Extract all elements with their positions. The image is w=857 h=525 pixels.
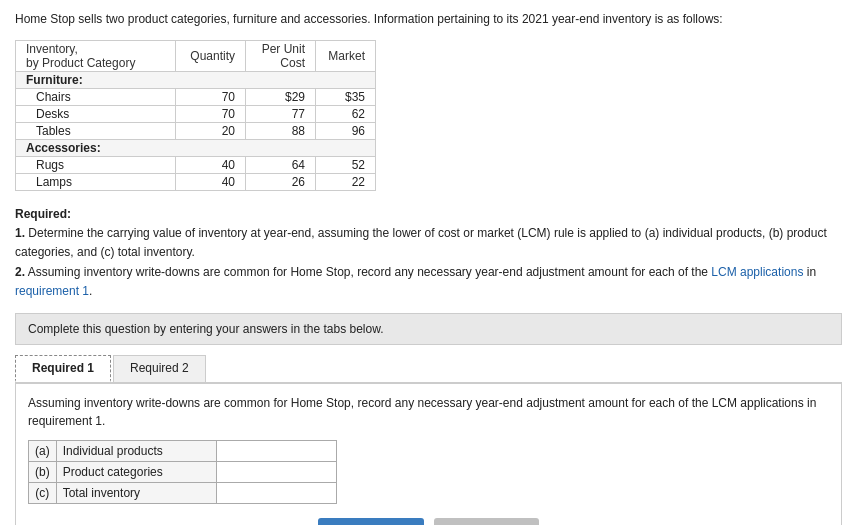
tab-required2[interactable]: Required 2: [113, 355, 206, 382]
tab-description: Assuming inventory write-downs are commo…: [28, 394, 829, 430]
row-letter-a: (a): [29, 440, 57, 461]
table-row: Chairs 70 $29 $35: [16, 89, 376, 106]
prev-button[interactable]: < Required 1: [318, 518, 423, 525]
input-cell-b[interactable]: [216, 461, 336, 482]
inventory-table: Inventory,by Product Category Quantity P…: [15, 40, 376, 191]
req-point1-label: 1.: [15, 226, 25, 240]
nav-buttons: < Required 1 Required 2 >: [28, 518, 829, 525]
input-cell-a[interactable]: [216, 440, 336, 461]
input-product-categories[interactable]: [223, 464, 330, 480]
input-cell-c[interactable]: [216, 482, 336, 503]
req-point2-text: Assuming inventory write-downs are commo…: [15, 265, 816, 298]
answer-table: (a) Individual products (b) Product cate…: [28, 440, 337, 504]
intro-text: Home Stop sells two product categories, …: [15, 10, 842, 28]
table-row: Tables 20 88 96: [16, 123, 376, 140]
label-individual-products: Individual products: [56, 440, 216, 461]
required-title: Required:: [15, 207, 71, 221]
col-header-category: Inventory,by Product Category: [16, 41, 176, 72]
table-row: Rugs 40 64 52: [16, 157, 376, 174]
req-point2-label: 2.: [15, 265, 25, 279]
answer-row-a: (a) Individual products: [29, 440, 337, 461]
req-point1-text: Determine the carrying value of inventor…: [15, 226, 827, 259]
next-button[interactable]: Required 2 >: [434, 518, 539, 525]
label-total-inventory: Total inventory: [56, 482, 216, 503]
tab-content: Assuming inventory write-downs are commo…: [15, 384, 842, 525]
answer-row-b: (b) Product categories: [29, 461, 337, 482]
complete-box: Complete this question by entering your …: [15, 313, 842, 345]
tabs-container: Required 1 Required 2: [15, 355, 842, 384]
required-section: Required: 1. Determine the carrying valu…: [15, 205, 842, 301]
answer-row-c: (c) Total inventory: [29, 482, 337, 503]
table-row: Lamps 40 26 22: [16, 174, 376, 191]
row-letter-b: (b): [29, 461, 57, 482]
col-header-quantity: Quantity: [176, 41, 246, 72]
input-total-inventory[interactable]: [223, 485, 330, 501]
col-header-cost: Per UnitCost: [246, 41, 316, 72]
col-header-market: Market: [316, 41, 376, 72]
category-furniture: Furniture:: [16, 72, 376, 89]
table-row: Desks 70 77 62: [16, 106, 376, 123]
label-product-categories: Product categories: [56, 461, 216, 482]
category-accessories: Accessories:: [16, 140, 376, 157]
row-letter-c: (c): [29, 482, 57, 503]
input-individual-products[interactable]: [223, 443, 330, 459]
complete-box-text: Complete this question by entering your …: [28, 322, 384, 336]
tab-required1[interactable]: Required 1: [15, 355, 111, 382]
